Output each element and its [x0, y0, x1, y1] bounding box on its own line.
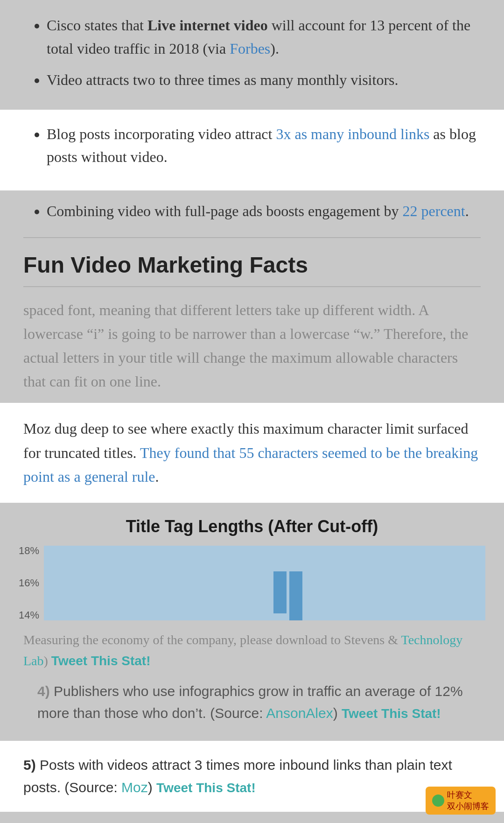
stat-5-text: 5) Posts with videos attract 3 times mor… [23, 754, 481, 799]
y-label-18: 18% [19, 546, 39, 556]
moz-card: Moz dug deep to see where exactly this m… [0, 403, 504, 503]
cisco-text: Cisco states that Live internet video wi… [47, 17, 470, 57]
combining-video-section: Combining video with full-page ads boost… [0, 190, 504, 403]
stat-4-item: 4) Publishers who use infographics grow … [23, 681, 481, 724]
divider [23, 237, 481, 238]
combining-text: Combining video with full-page ads boost… [47, 203, 469, 219]
divider-2 [23, 286, 481, 287]
gray-paragraph: spaced font, meaning that different lett… [23, 298, 481, 394]
combining-bullet-list: Combining video with full-page ads boost… [23, 200, 481, 223]
tweet-stat-5[interactable]: Tweet This Stat! [156, 781, 256, 795]
bullet-item-cisco: Cisco states that Live internet video wi… [47, 14, 481, 60]
fun-facts-heading: Fun Video Marketing Facts [23, 252, 481, 278]
watermark-icon [432, 795, 444, 807]
stats-gray-section: Measuring the economy of the company, pl… [0, 625, 504, 741]
blog-bullet-list: Blog posts incorporating video attract 3… [23, 123, 481, 169]
stats-gray-text: Measuring the economy of the company, pl… [23, 630, 481, 672]
tweet-stat-4[interactable]: Tweet This Stat! [342, 706, 441, 721]
top-gray-section: Cisco states that Live internet video wi… [0, 0, 504, 110]
bar-1 [273, 571, 287, 613]
blog-post-item: Blog posts incorporating video attract 3… [47, 123, 481, 169]
combining-item: Combining video with full-page ads boost… [47, 200, 481, 223]
chart-title: Title Tag Lengths (After Cut-off) [19, 517, 485, 536]
stat-4-number: 4) [37, 683, 50, 699]
top-bullet-list: Cisco states that Live internet video wi… [23, 14, 481, 92]
stat-4-text: 4) Publishers who use infographics grow … [37, 683, 463, 721]
tweet-stat-1[interactable]: Tweet This Stat! [51, 654, 151, 668]
watermark-text: 叶赛文 双小闹博客 [447, 789, 489, 812]
blog-post-text: Blog posts incorporating video attract 3… [47, 126, 476, 166]
22-percent-link[interactable]: 22 percent [403, 203, 465, 219]
watermark: 叶赛文 双小闹博客 [426, 787, 496, 815]
page-container: Cisco states that Live internet video wi… [0, 0, 504, 823]
chart-section: Title Tag Lengths (After Cut-off) 18% 16… [0, 503, 504, 625]
bullet-item-video: Video attracts two to three times as man… [47, 69, 481, 92]
y-label-16: 16% [19, 578, 39, 588]
inbound-links-link[interactable]: 3x as many inbound links [276, 126, 429, 142]
bar-group [273, 571, 302, 620]
chart-area [44, 546, 485, 620]
video-text: Video attracts two to three times as man… [47, 71, 399, 88]
y-label-14: 14% [19, 610, 39, 620]
moz-text: Moz dug deep to see where exactly this m… [23, 417, 481, 489]
ansonalex-link[interactable]: AnsonAlex [266, 705, 333, 721]
moz-link[interactable]: Moz [121, 780, 148, 795]
forbes-link[interactable]: Forbes [230, 40, 270, 57]
bar-2 [289, 571, 302, 620]
blog-posts-card: Blog posts incorporating video attract 3… [0, 110, 504, 190]
y-axis: 18% 16% 14% [19, 546, 39, 620]
stat-5-number: 5) [23, 757, 36, 773]
